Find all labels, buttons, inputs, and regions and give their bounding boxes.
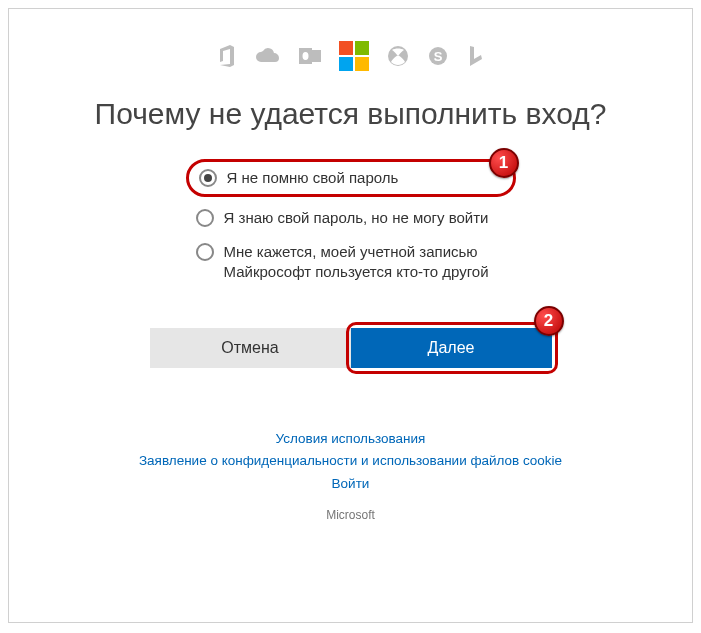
reason-options: Я не помню свой пароль 1 Я знаю свой пар… [186, 159, 516, 290]
option-forgot-password[interactable]: Я не помню свой пароль 1 [186, 159, 516, 197]
radio-icon [196, 243, 214, 261]
radio-icon [199, 169, 217, 187]
privacy-link[interactable]: Заявление о конфиденциальности и использ… [139, 453, 562, 468]
outlook-icon [299, 46, 321, 66]
annotation-marker-2: 2 [534, 306, 564, 336]
bing-icon [467, 45, 485, 67]
option-label: Я знаю свой пароль, но не могу войти [224, 208, 489, 228]
button-row: Отмена Далее 2 [150, 328, 552, 368]
option-label: Я не помню свой пароль [227, 168, 399, 188]
page-title: Почему не удается выполнить вход? [9, 85, 692, 159]
radio-icon [196, 209, 214, 227]
microsoft-logo [339, 41, 369, 71]
option-label: Мне кажется, моей учетной записью Майкро… [224, 242, 506, 283]
footer-links: Условия использования Заявление о конфид… [9, 428, 692, 497]
option-know-password-cant-signin[interactable]: Я знаю свой пароль, но не могу войти [186, 201, 516, 235]
product-icon-row: S [9, 9, 692, 85]
onedrive-icon [255, 47, 281, 65]
terms-link[interactable]: Условия использования [276, 431, 426, 446]
svg-text:S: S [433, 49, 442, 64]
next-button[interactable]: Далее [351, 328, 552, 368]
option-account-compromised[interactable]: Мне кажется, моей учетной записью Майкро… [186, 235, 516, 290]
cancel-button[interactable]: Отмена [150, 328, 351, 368]
xbox-icon [387, 45, 409, 67]
office-icon [217, 45, 237, 67]
svg-point-2 [302, 52, 308, 60]
svg-rect-1 [312, 50, 321, 62]
brand-label: Microsoft [9, 508, 692, 522]
skype-icon: S [427, 45, 449, 67]
annotation-marker-1: 1 [489, 148, 519, 178]
signin-link[interactable]: Войти [332, 476, 370, 491]
account-recovery-page: S Почему не удается выполнить вход? Я не… [8, 8, 693, 623]
